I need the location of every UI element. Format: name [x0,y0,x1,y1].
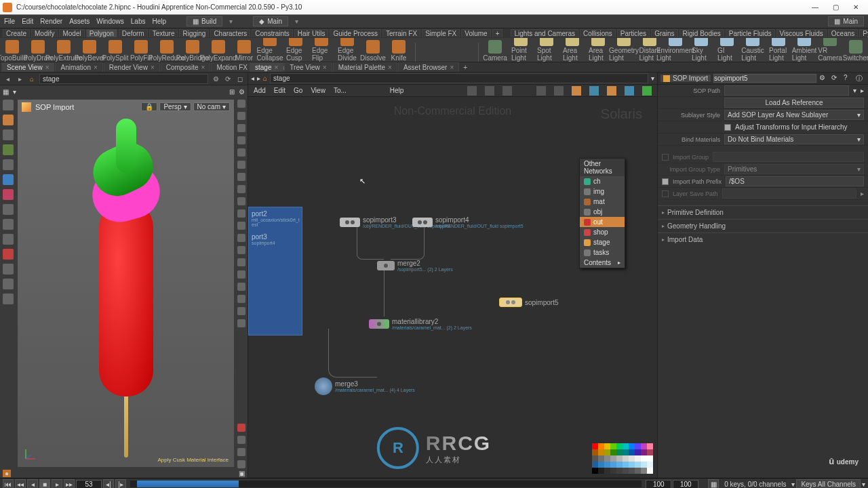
pane-tab-matpalette[interactable]: Material Palette× [333,62,397,72]
viewport-path-input[interactable] [39,74,208,84]
stop-button[interactable]: ■ [39,479,50,488]
move-tool-icon[interactable] [3,129,14,140]
flag-icon[interactable] [642,86,652,96]
layout-icon[interactable] [485,86,494,96]
pane-tab-renderview[interactable]: Render View× [104,62,160,72]
pane-tab-animation[interactable]: Animation× [55,62,102,72]
fwd-icon[interactable]: ▸ [15,74,24,83]
color-swatch[interactable] [592,455,598,462]
color-swatch[interactable] [616,462,623,468]
display-icon[interactable] [237,295,245,303]
desktop-selector-2[interactable]: ◆ Main [253,16,288,26]
menu-item-tasks[interactable]: tasks [580,247,625,258]
shelf-tab[interactable]: Characters [210,29,250,37]
grid-icon[interactable] [536,86,546,96]
pin-icon[interactable]: ◻ [235,74,245,83]
display-icon[interactable] [237,222,245,230]
tool-icon[interactable] [3,279,14,289]
color-swatch[interactable] [641,462,647,468]
menu-file[interactable]: File [4,18,15,25]
shelf-tab[interactable]: Rigid Bodies [679,29,724,37]
shelf-tab[interactable]: Volume [461,29,490,37]
refresh-icon[interactable]: ⟳ [223,74,233,83]
color-swatch[interactable] [616,468,623,474]
shelf-tool[interactable]: Switcher [846,40,865,62]
info-icon[interactable]: ⓘ [856,74,865,83]
gear-icon[interactable]: ⚙ [819,74,829,83]
display-icon[interactable] [237,124,245,132]
shelf-tool[interactable]: PolyFill [132,40,151,62]
color-swatch[interactable] [635,468,641,474]
sculpt-tool-icon[interactable] [3,189,14,200]
shelf-tab[interactable]: Modify [31,29,58,37]
net-menu-edit[interactable]: Edit [274,87,285,94]
import-group-type-select[interactable]: Primitives▾ [724,164,864,174]
menu-windows[interactable]: Windows [96,18,124,25]
network-path-input[interactable] [270,73,648,83]
shelf-tool[interactable]: Ambient Light [795,38,814,62]
shelf-tab[interactable]: Polygon [86,29,117,37]
color-swatch[interactable] [623,449,629,455]
section-import-data[interactable]: Import Data [658,232,868,246]
menu-item-img[interactable]: img [580,186,625,197]
desktop-selector-3[interactable]: ▦ Main [828,16,864,26]
display-icon[interactable] [237,136,245,144]
shelf-tool[interactable]: PolyReduce [157,40,176,62]
scale-tool-icon[interactable] [3,159,14,170]
shelf-tool[interactable]: Edge Flip [312,38,331,62]
minimize-button[interactable]: — [806,2,825,13]
color-swatch[interactable] [616,455,623,462]
pane-tab-treeview[interactable]: Tree View× [284,62,332,72]
dropdown-icon[interactable]: ▾ [13,88,16,96]
shelf-tab[interactable]: Constraints [252,29,293,37]
node-merge3[interactable]: merge3/materials/caramel_mat... (4) 4 La… [315,378,415,395]
menu-item-ch[interactable]: ch [580,176,625,186]
shelf-tab[interactable]: Lights and Cameras [511,29,578,37]
menu-labs[interactable]: Labs [131,18,146,25]
lock-icon[interactable]: 🔒 [141,102,157,111]
lasso-tool-icon[interactable] [3,115,14,125]
next-key-button[interactable]: |▸ [115,479,126,488]
color-swatch[interactable] [641,443,647,449]
adjust-transforms-checkbox[interactable] [724,124,731,131]
shelf-tool[interactable]: Environment Light [666,38,685,62]
shelf-tab[interactable]: Model [59,29,84,37]
back-icon[interactable]: ◂ [3,74,12,83]
shelf-tab[interactable]: Particles [617,29,650,37]
shelf-tool[interactable]: Geometry Light [614,38,633,62]
net-menu-help[interactable]: Help [390,87,404,94]
keys-channels-button[interactable]: Keys All Channels [796,479,861,488]
shelf-tool[interactable]: Sky Light [692,38,711,62]
color-swatch[interactable] [641,455,647,462]
fwd-icon[interactable]: ▸ [257,75,260,82]
browse-icon[interactable]: ▸ [861,87,864,94]
color-swatch[interactable] [635,462,641,468]
shelf-tool[interactable]: PolyBridge [183,40,202,62]
color-swatch[interactable] [610,443,616,449]
net-menu-add[interactable]: Add [254,87,266,94]
display-icon[interactable] [237,209,245,218]
render-icon[interactable] [237,424,245,432]
next-frame-button[interactable]: ▸▸ [64,479,75,488]
scope-icon[interactable]: ▦ [708,479,719,488]
shelf-tool[interactable]: Caustic Light [743,38,762,62]
network-jump-menu[interactable]: Other Networks ch img mat obj out shop s… [579,158,625,268]
display-icon[interactable] [237,307,245,315]
pane-tab-composite[interactable]: Composite× [161,62,211,72]
dropdown-icon[interactable]: ▾ [651,75,654,82]
help-icon[interactable]: ? [844,74,853,83]
color-swatch[interactable] [610,449,616,455]
global-end-input[interactable] [673,480,698,489]
color-swatch[interactable] [604,449,610,455]
display-icon[interactable] [237,258,245,266]
menu-item-mat[interactable]: mat [580,197,625,207]
color-swatch[interactable] [598,468,604,474]
add-tab-icon[interactable]: + [460,64,471,71]
house-icon[interactable]: ⌂ [27,74,37,83]
tool-icon[interactable] [3,219,14,230]
shelf-tool[interactable]: PolyDraw [28,40,47,62]
color-swatch[interactable] [592,462,598,468]
color-swatch[interactable] [592,449,598,455]
display-icon[interactable] [237,100,245,108]
display-icon[interactable] [237,270,245,279]
